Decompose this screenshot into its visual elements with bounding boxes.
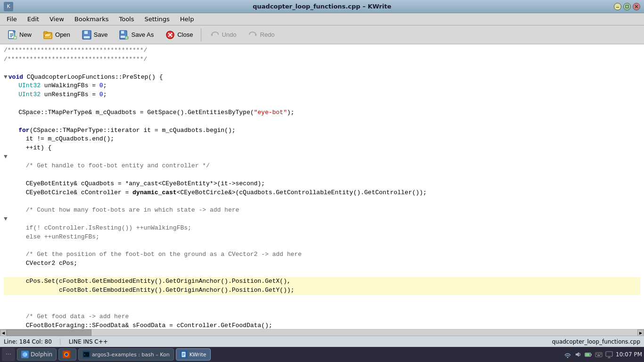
open-label: Open xyxy=(55,31,70,38)
dolphin-label: Dolphin xyxy=(31,351,52,358)
save-button[interactable]: Save xyxy=(76,27,113,42)
maximize-button[interactable] xyxy=(623,3,631,10)
menu-file[interactable]: File xyxy=(2,15,22,24)
close-file-button[interactable]: Close xyxy=(160,27,198,42)
svg-marker-39 xyxy=(576,352,579,357)
svg-rect-22 xyxy=(120,35,125,38)
menu-bar: File Edit View Bookmarks Tools Settings … xyxy=(0,13,644,25)
toolbar-separator-1 xyxy=(201,28,201,41)
svg-rect-17 xyxy=(88,31,89,34)
redo-icon xyxy=(248,30,258,40)
menu-bookmarks[interactable]: Bookmarks xyxy=(70,15,114,24)
svg-rect-46 xyxy=(600,354,601,354)
firefox-icon xyxy=(63,351,70,358)
svg-point-31 xyxy=(65,353,68,356)
svg-rect-9 xyxy=(10,36,12,37)
new-label: New xyxy=(19,31,32,38)
tray-monitor-icon xyxy=(605,351,613,358)
new-button[interactable]: New xyxy=(2,27,37,42)
undo-icon xyxy=(209,30,220,40)
menu-view[interactable]: View xyxy=(45,15,69,24)
tray-battery-icon[interactable] xyxy=(585,351,592,358)
taskbar-launcher[interactable]: ··· xyxy=(2,348,15,361)
horizontal-scrollbar[interactable]: ◀ ▶ xyxy=(0,329,644,336)
terminal-icon: $_ xyxy=(83,351,90,358)
close-label: Close xyxy=(177,31,193,38)
saveas-icon: + xyxy=(119,30,129,40)
app-icon: K xyxy=(4,2,13,11)
svg-rect-44 xyxy=(596,354,597,354)
window-title: quadcopter_loop_functions.cpp – KWrite xyxy=(253,3,391,10)
kwrite-icon xyxy=(180,351,188,358)
saveas-label: Save As xyxy=(131,31,154,38)
saveas-button[interactable]: + Save As xyxy=(114,27,159,42)
open-icon xyxy=(43,30,53,40)
svg-rect-47 xyxy=(597,355,600,356)
save-icon xyxy=(82,30,92,40)
svg-rect-43 xyxy=(595,353,602,357)
taskbar-app-terminal[interactable]: $_ argos3-examples : bash – Kon xyxy=(78,348,174,361)
h-scroll-track[interactable] xyxy=(7,329,637,336)
scroll-left-button[interactable]: ◀ xyxy=(0,329,7,336)
title-bar-controls xyxy=(614,3,640,10)
tray-network-icon[interactable] xyxy=(564,351,571,358)
scroll-right-button[interactable]: ▶ xyxy=(637,329,644,336)
taskbar-app-firefox[interactable] xyxy=(58,348,76,361)
redo-button[interactable]: Redo xyxy=(243,27,280,42)
menu-edit[interactable]: Edit xyxy=(23,15,44,24)
close-file-icon xyxy=(165,30,175,40)
open-button[interactable]: Open xyxy=(38,27,75,42)
terminal-label: argos3-examples : bash – Kon xyxy=(92,352,170,358)
dolphin-icon xyxy=(21,351,29,358)
status-line-col: Line: 184 Col: 80 xyxy=(4,338,52,345)
svg-text:$_: $_ xyxy=(84,353,87,356)
menu-help[interactable]: Help xyxy=(175,15,199,24)
new-icon xyxy=(7,30,17,40)
menu-settings[interactable]: Settings xyxy=(140,15,174,24)
svg-text:+: + xyxy=(126,36,128,39)
code-content[interactable]: /*************************************/ … xyxy=(0,44,644,329)
svg-rect-7 xyxy=(10,33,14,34)
taskbar-clock: 10:07 PM xyxy=(616,351,642,358)
svg-rect-8 xyxy=(10,35,14,36)
svg-rect-45 xyxy=(598,354,599,354)
tray-keyboard-icon xyxy=(595,351,603,358)
status-mode: LINE INS C++ xyxy=(69,338,108,345)
save-label: Save xyxy=(94,31,108,38)
tray-volume-icon[interactable] xyxy=(574,351,582,358)
toolbar: New Open Save xyxy=(0,25,644,44)
taskbar-app-kwrite[interactable]: KWrite xyxy=(176,348,211,361)
minimize-button[interactable] xyxy=(614,3,621,10)
status-filename: quadcopter_loop_functions.cpp xyxy=(552,338,640,345)
h-scroll-thumb[interactable] xyxy=(7,329,91,336)
undo-button[interactable]: Undo xyxy=(204,27,241,42)
taskbar-app-dolphin[interactable]: Dolphin xyxy=(17,348,57,361)
taskbar: ··· Dolphin $_ argos3-examples : bash – … xyxy=(0,347,644,362)
svg-rect-21 xyxy=(124,31,125,33)
systray: 10:07 PM xyxy=(564,351,642,358)
close-window-button[interactable] xyxy=(633,3,640,10)
editor-scroll-area[interactable]: /*************************************/ … xyxy=(0,44,644,329)
svg-rect-14 xyxy=(44,32,47,33)
svg-rect-48 xyxy=(606,352,612,356)
menu-tools[interactable]: Tools xyxy=(114,15,139,24)
status-bar: Line: 184 Col: 80 | LINE INS C++ quadcop… xyxy=(0,336,644,347)
kwrite-label: KWrite xyxy=(190,352,206,358)
status-separator: | xyxy=(59,338,61,345)
svg-rect-42 xyxy=(586,354,590,356)
svg-rect-18 xyxy=(83,36,90,39)
svg-rect-0 xyxy=(626,5,628,8)
title-bar-left-icons: K xyxy=(4,2,13,11)
svg-rect-41 xyxy=(591,354,592,355)
undo-label: Undo xyxy=(222,31,236,38)
title-bar: K quadcopter_loop_functions.cpp – KWrite xyxy=(0,0,644,13)
editor-container: /*************************************/ … xyxy=(0,44,644,329)
svg-point-38 xyxy=(567,357,569,358)
redo-label: Redo xyxy=(260,31,275,38)
